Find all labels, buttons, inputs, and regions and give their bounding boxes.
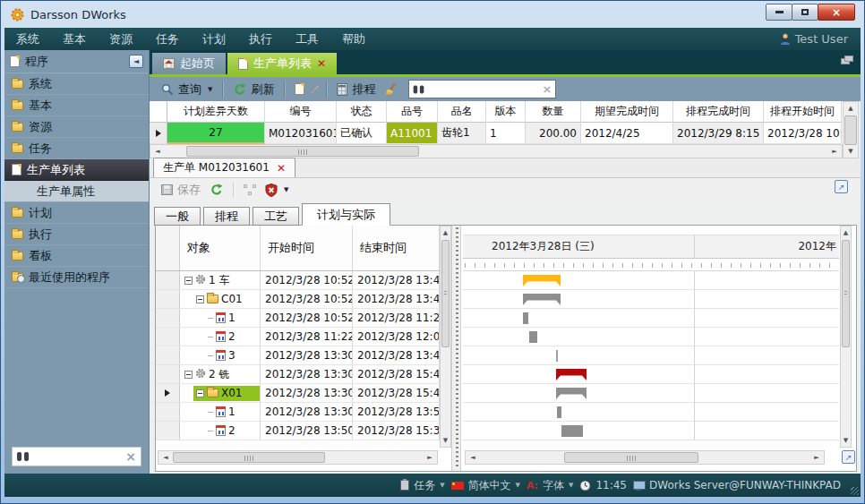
popout-icon[interactable]: ↗ [835,180,848,193]
tree-start-cell[interactable]: 2012/3/28 13:30 [261,346,353,364]
scroll-up-icon[interactable]: ▲ [844,102,858,115]
subtab-工艺[interactable]: 工艺 [253,207,299,226]
grid-vertical-scrollbar[interactable]: ▲ ▼ [843,101,859,158]
tree-node[interactable]: C01 [193,292,245,307]
status-language-menu[interactable]: 简体中文 ▼ [451,478,520,493]
tree-start-cell[interactable]: 2012/3/28 13:50 [261,422,353,440]
refresh-button[interactable]: 刷新 [228,80,278,99]
gantt-bar-task[interactable] [561,425,583,437]
tree-end-cell[interactable]: 2012/3/28 11:22 [353,309,440,327]
grid-cell-排程完成时间[interactable]: 2012/3/29 8:15 [673,123,764,144]
tree-start-cell[interactable]: 2012/3/28 10:52 [261,290,353,308]
tree-row[interactable]: 22012/3/28 11:222012/3/28 12:00 [156,328,440,346]
tree-end-cell[interactable]: 2012/3/28 15:40 [353,384,440,402]
grid-cell-品名[interactable]: 齿轮1 [438,123,486,144]
tree-end-cell[interactable]: 2012/3/28 15:40 [353,365,440,383]
grid-cell-品号[interactable]: A11001 [387,123,438,144]
scroll-right-icon[interactable]: ► [809,451,824,464]
window-list-icon[interactable] [841,56,853,65]
sidebar-collapse-button[interactable]: ◄ [129,55,143,68]
tree-row[interactable]: 1 车2012/3/28 10:522012/3/28 13:40 [156,271,440,290]
menu-item-系统[interactable]: 系统 [4,31,51,47]
tree-object-cell[interactable]: 2 [180,422,261,440]
grid-header-计划差异天数[interactable]: 计划差异天数 [167,101,265,123]
routing-button[interactable] [239,180,261,200]
scroll-thumb[interactable] [173,452,325,463]
tree-end-cell[interactable]: 2012/3/28 13:50 [353,403,440,421]
grid-header-品名[interactable]: 品名 [438,101,486,123]
sidebar-item-生产单列表[interactable]: 生产单列表 [4,159,149,181]
gantt-bar-task[interactable] [529,331,537,343]
close-button[interactable]: × [818,4,855,21]
grid-header-数量[interactable]: 数量 [526,101,581,123]
status-task-menu[interactable]: 任务 ▼ [400,478,444,493]
menu-item-资源[interactable]: 资源 [98,31,144,47]
toolbar-search-clear-icon[interactable]: × [542,82,552,96]
clean-button[interactable] [380,80,401,99]
gantt-bar-task[interactable] [557,406,561,418]
save-button[interactable]: 保存 [157,180,205,200]
schedule-button[interactable]: 排程 [332,80,380,99]
scroll-thumb[interactable] [842,240,850,347]
gantt-vertical-scrollbar[interactable]: ▲ ▼ [840,226,852,448]
minimize-button[interactable] [766,4,792,21]
grid-header-排程开始时间[interactable]: 排程开始时间 [764,101,842,123]
tree-start-cell[interactable]: 2012/3/28 10:52 [261,271,353,289]
tree-row[interactable]: 22012/3/28 13:502012/3/28 15:30 [156,422,440,440]
tree-end-cell[interactable]: 2012/3/28 12:00 [353,328,440,346]
menu-item-工具[interactable]: 工具 [284,31,330,47]
collapse-toggle-icon[interactable] [196,389,204,397]
tree-start-cell[interactable]: 2012/3/28 13:30 [261,365,353,383]
grid-horizontal-scrollbar[interactable]: ◄ ► [150,144,843,158]
menu-item-计划[interactable]: 计划 [191,31,237,47]
tree-object-cell[interactable]: 1 车 [180,271,261,289]
tree-start-cell[interactable]: 2012/3/28 13:30 [261,403,353,421]
tree-header-object[interactable]: 对象 [180,226,261,270]
scroll-thumb[interactable] [186,146,419,157]
grid-header-排程完成时间[interactable]: 排程完成时间 [673,101,764,123]
grid-header-编号[interactable]: 编号 [265,101,337,123]
tree-node[interactable]: 2 铣 [182,367,232,382]
resize-grip[interactable] [851,487,859,495]
sidebar-item-看板[interactable]: 看板 [4,245,149,267]
scroll-thumb[interactable] [564,452,698,463]
gantt-bar-task[interactable] [523,312,528,324]
sidebar-item-生产单属性[interactable]: 生产单属性 [4,181,149,202]
user-indicator[interactable]: Test User [780,32,848,46]
tree-object-cell[interactable]: X01 [180,384,261,402]
tree-node[interactable]: 1 [205,405,238,420]
tree-row[interactable]: 12012/3/28 10:522012/3/28 11:22 [156,309,440,328]
subtab-排程[interactable]: 排程 [203,207,250,226]
splitter-handle[interactable] [451,226,461,471]
tree-object-cell[interactable]: 1 [180,403,261,421]
scroll-up-icon[interactable]: ▲ [841,226,851,239]
edit-button[interactable] [309,80,321,99]
tree-start-cell[interactable]: 2012/3/28 10:52 [261,309,353,327]
gantt-horizontal-scrollbar[interactable]: ◄ ► [465,450,825,465]
menu-item-基本[interactable]: 基本 [51,31,98,47]
sidebar-item-最近使用的程序[interactable]: 最近使用的程序 [4,267,149,288]
tree-object-cell[interactable]: 1 [180,309,261,327]
scroll-down-icon[interactable]: ▼ [841,434,851,447]
scroll-left-icon[interactable]: ◄ [466,451,480,464]
sidebar-search-clear-icon[interactable]: × [125,450,136,463]
tree-end-cell[interactable]: 2012/3/28 13:40 [353,346,440,364]
scroll-right-icon[interactable]: ► [423,451,437,464]
tree-end-cell[interactable]: 2012/3/28 13:40 [353,271,440,289]
tree-vertical-scrollbar[interactable]: ▲ ▼ [440,226,451,448]
tab-close-icon[interactable]: ✕ [317,58,326,69]
grid-cell-期望完成时间[interactable]: 2012/4/25 [581,123,673,144]
scroll-thumb[interactable] [844,115,857,145]
detail-tab-close-icon[interactable]: ✕ [277,162,286,175]
tab-home[interactable]: 起始页 [152,53,226,74]
tree-node[interactable]: X01 [193,386,260,401]
scroll-thumb[interactable] [441,240,450,347]
menu-item-帮助[interactable]: 帮助 [330,31,377,47]
grid-header-版本[interactable]: 版本 [486,101,526,123]
query-button[interactable]: 查询 ▼ [157,80,217,99]
tree-object-cell[interactable]: C01 [180,290,261,308]
detail-refresh-button[interactable] [205,180,227,200]
sidebar-item-基本[interactable]: 基本 [4,95,149,116]
tree-header-start[interactable]: 开始时间 [261,226,353,270]
grid-cell-计划差异天数[interactable]: 27 [167,123,265,144]
